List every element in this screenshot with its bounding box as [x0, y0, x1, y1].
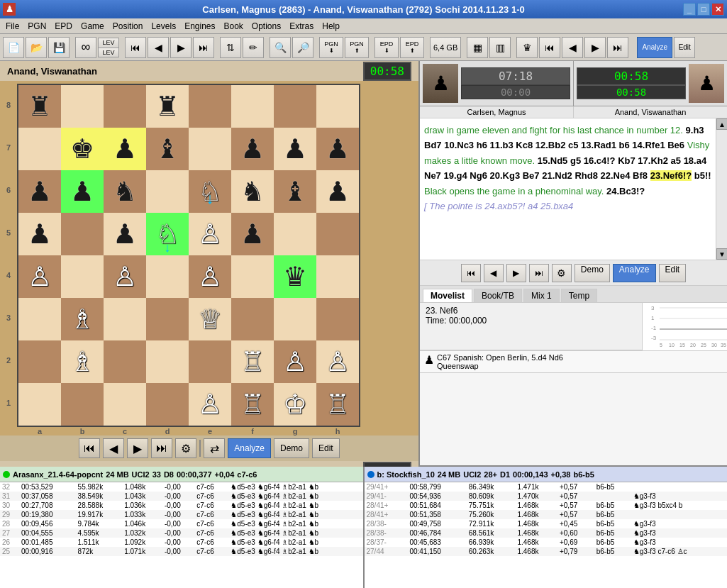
- edit-button[interactable]: ✏: [243, 37, 264, 58]
- engine1-data[interactable]: 32 00:53,529 55.982k 1.048k -0,00 c7-c6 …: [0, 482, 363, 588]
- edit-mode-btn[interactable]: Edit: [674, 37, 695, 58]
- square-d5[interactable]: ♘ ↓: [146, 213, 189, 255]
- flip-board-button[interactable]: ⇄: [204, 438, 225, 458]
- back-start-button[interactable]: ⏮: [125, 37, 146, 58]
- square-c6[interactable]: ♞: [104, 170, 146, 213]
- square-d8[interactable]: ♜: [146, 85, 189, 128]
- square-c8[interactable]: [104, 85, 146, 128]
- square-f4[interactable]: [231, 255, 274, 298]
- nav-end[interactable]: ⏭: [607, 37, 628, 58]
- square-b4[interactable]: [61, 255, 104, 298]
- square-b5[interactable]: [61, 213, 104, 255]
- square-e1[interactable]: ♙: [189, 383, 231, 426]
- eng-gear-button[interactable]: ⚙: [552, 264, 572, 282]
- eng-last-button[interactable]: ⏭: [529, 264, 549, 282]
- lev-button2[interactable]: LEV: [98, 48, 119, 57]
- board-btn1[interactable]: ▦: [467, 37, 488, 58]
- back-button[interactable]: ◀: [148, 37, 169, 58]
- nav-next-button[interactable]: ▶: [127, 438, 148, 458]
- tab-mix1[interactable]: Mix 1: [523, 289, 560, 302]
- square-a7[interactable]: [18, 128, 61, 170]
- analyze-btn[interactable]: Analyze: [637, 37, 672, 58]
- square-f6[interactable]: ♞: [231, 170, 274, 213]
- zoom-button[interactable]: 🔎: [292, 37, 313, 58]
- square-f1[interactable]: ♖: [231, 383, 274, 426]
- minimize-button[interactable]: _: [683, 3, 696, 16]
- nav-first-button[interactable]: ⏮: [79, 438, 100, 458]
- analyze-board-button[interactable]: Analyze: [228, 438, 271, 458]
- square-g6[interactable]: ♝: [274, 170, 316, 213]
- eng-edit-button[interactable]: Edit: [659, 264, 687, 282]
- square-c4[interactable]: ♙: [104, 255, 146, 298]
- pgn-in-button[interactable]: PGN⬇: [319, 37, 343, 58]
- square-a4[interactable]: ♙: [18, 255, 61, 298]
- nav-prev-button[interactable]: ◀: [103, 438, 124, 458]
- square-g8[interactable]: [274, 85, 316, 128]
- square-g1[interactable]: ♔: [274, 383, 316, 426]
- queen-btn[interactable]: ♛: [516, 37, 538, 58]
- move-23nef6[interactable]: 23.Nef6!?: [650, 170, 692, 181]
- board-btn2[interactable]: ▥: [489, 37, 511, 58]
- square-e5[interactable]: ♙: [189, 213, 231, 255]
- square-h7[interactable]: ♟: [316, 128, 359, 170]
- square-e8[interactable]: [189, 85, 231, 128]
- square-g5[interactable]: [274, 213, 316, 255]
- eng-analyze-button[interactable]: Analyze: [613, 264, 656, 282]
- square-c1[interactable]: [104, 383, 146, 426]
- square-b6[interactable]: ♟: [61, 170, 104, 213]
- settings-button[interactable]: ⚙: [175, 438, 196, 458]
- open-button[interactable]: 📂: [26, 37, 47, 58]
- epd-in-button[interactable]: EPD⬇: [374, 37, 399, 58]
- square-d4[interactable]: [146, 255, 189, 298]
- tab-movelist[interactable]: Movelist: [423, 289, 472, 302]
- square-g3[interactable]: [274, 298, 316, 340]
- scroll-down-button[interactable]: ▼: [716, 248, 727, 260]
- menu-levels[interactable]: Levels: [147, 20, 180, 33]
- square-b2[interactable]: ♗: [61, 340, 104, 383]
- square-h2[interactable]: ♙: [316, 340, 359, 383]
- square-g2[interactable]: ♙: [274, 340, 316, 383]
- loop-button[interactable]: ∞: [75, 37, 96, 58]
- nav-last-button[interactable]: ⏭: [151, 438, 172, 458]
- square-e4[interactable]: ♙: [189, 255, 231, 298]
- square-f8[interactable]: [231, 85, 274, 128]
- square-f2[interactable]: ♖: [231, 340, 274, 383]
- close-button[interactable]: ✕: [711, 3, 724, 16]
- nav-start[interactable]: ⏮: [539, 37, 560, 58]
- square-d1[interactable]: [146, 383, 189, 426]
- pgn-out-button[interactable]: PGN⬆: [345, 37, 369, 58]
- maximize-button[interactable]: □: [697, 3, 710, 16]
- square-a8[interactable]: ♜: [18, 85, 61, 128]
- menu-options[interactable]: Options: [248, 20, 285, 33]
- tab-temp[interactable]: Temp: [561, 289, 597, 302]
- square-h3[interactable]: [316, 298, 359, 340]
- square-e2[interactable]: [189, 340, 231, 383]
- forward-end-button[interactable]: ⏭: [193, 37, 214, 58]
- square-a2[interactable]: [18, 340, 61, 383]
- menu-book[interactable]: Book: [220, 20, 248, 33]
- square-b3[interactable]: ♗: [61, 298, 104, 340]
- menu-file[interactable]: File: [1, 20, 23, 33]
- square-f3[interactable]: [231, 298, 274, 340]
- square-h8[interactable]: [316, 85, 359, 128]
- square-d7[interactable]: ♝: [146, 128, 189, 170]
- square-c2[interactable]: [104, 340, 146, 383]
- tab-book[interactable]: Book/TB: [474, 289, 522, 302]
- square-e7[interactable]: [189, 128, 231, 170]
- square-g7[interactable]: ♟: [274, 128, 316, 170]
- engine2-data[interactable]: 29/41+ 00:58,799 86.349k 1.471k +0,57 b6…: [365, 482, 728, 588]
- square-a5[interactable]: ♟: [18, 213, 61, 255]
- nav-back[interactable]: ◀: [562, 37, 583, 58]
- forward-button[interactable]: ▶: [170, 37, 192, 58]
- square-a6[interactable]: ♟: [18, 170, 61, 213]
- menu-engines[interactable]: Engines: [180, 20, 219, 33]
- new-button[interactable]: 📄: [3, 37, 24, 58]
- square-c7[interactable]: ♟: [104, 128, 146, 170]
- square-h4[interactable]: [316, 255, 359, 298]
- square-a1[interactable]: [18, 383, 61, 426]
- lev-button[interactable]: LEV: [98, 38, 119, 48]
- menu-epd[interactable]: EPD: [50, 20, 77, 33]
- eng-demo-button[interactable]: Demo: [575, 264, 610, 282]
- square-d2[interactable]: [146, 340, 189, 383]
- flip-button[interactable]: ⇅: [220, 37, 241, 58]
